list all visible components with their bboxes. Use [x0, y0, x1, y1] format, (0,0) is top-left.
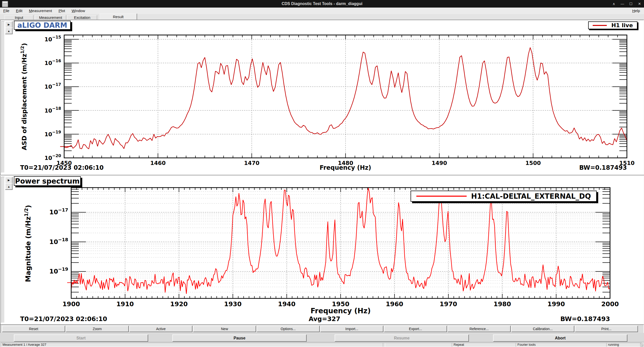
svg-text:1500: 1500 [526, 160, 541, 166]
plot2-t0-label: T0=21/07/2023 02:06:10 [20, 315, 107, 323]
plot2-x-axis-title: Frequency (Hz) [265, 307, 416, 315]
svg-text:1460: 1460 [150, 160, 166, 166]
plot2-bw-label: BW=0.187493 [535, 315, 610, 323]
svg-text:1490: 1490 [432, 160, 447, 166]
shade-icon[interactable]: ∧ [611, 2, 616, 6]
zoom-button[interactable]: Zoom [66, 326, 129, 332]
resume-button[interactable]: Resume [335, 334, 469, 342]
status-repeat: Repeat [452, 343, 518, 347]
plot1-y-axis-title: ASD of displacement (m/Hz1/2) [20, 34, 28, 160]
reference-button[interactable]: Reference... [448, 326, 511, 332]
svg-text:1470: 1470 [244, 160, 259, 166]
plot2-avg-label: Avg=327 [249, 315, 400, 323]
plot1-t0-label: T0=21/07/2023 02:06:10 [20, 164, 104, 171]
plot1-bw-label: BW=0.187493 [551, 164, 627, 171]
svg-text:1980: 1980 [494, 300, 511, 308]
svg-text:2000: 2000 [601, 300, 619, 308]
plot2-legend[interactable]: H1:CAL-DELTAL_EXTERNAL_DQ [411, 191, 597, 202]
svg-text:10−19: 10−19 [49, 266, 68, 275]
resize-grip[interactable] [640, 343, 643, 347]
maximize-icon[interactable]: ☐ [628, 2, 633, 6]
window-title: CDS Diagnostic Test Tools - darm_diaggui [0, 2, 644, 6]
svg-text:10−17: 10−17 [49, 207, 68, 216]
menu-bar: File Edit Measurement Plot Window Help [0, 8, 644, 14]
options-button[interactable]: Options... [257, 326, 320, 332]
active-button[interactable]: Active [129, 326, 192, 332]
application-window: CDS Diagnostic Test Tools - darm_diaggui… [0, 0, 644, 347]
status-bar: Measurement 1 / Average 327 Repeat Fouri… [0, 342, 644, 347]
plot1-legend-line-sample [593, 25, 607, 26]
menu-plot[interactable]: Plot [55, 8, 68, 14]
svg-text:10−15: 10−15 [45, 35, 61, 43]
plot2-legend-line-sample [416, 196, 467, 197]
plot1-title-pave[interactable]: aLIGO DARM [14, 21, 71, 30]
panel-separator[interactable] [0, 175, 644, 176]
status-empty [383, 343, 454, 347]
minimize-icon[interactable]: — [620, 2, 625, 6]
title-bar: CDS Diagnostic Test Tools - darm_diaggui… [0, 0, 644, 8]
export-button[interactable]: Export... [384, 326, 447, 332]
svg-text:1920: 1920 [170, 300, 188, 308]
svg-text:10−16: 10−16 [45, 58, 61, 66]
plot1-legend[interactable]: H1 live [588, 21, 637, 29]
plot2-legend-label: H1:CAL-DELTAL_EXTERNAL_DQ [471, 192, 591, 200]
abort-button[interactable]: Abort [493, 334, 627, 342]
svg-text:10−18: 10−18 [49, 237, 68, 246]
pause-button[interactable]: Pause [172, 334, 307, 342]
status-measurement: Measurement 1 / Average 327 [1, 343, 385, 347]
print-button[interactable]: Print... [575, 326, 638, 332]
plot2-y-axis-title: Magnitude (m/Hz1/2) [23, 181, 32, 306]
menu-window[interactable]: Window [68, 8, 88, 14]
svg-text:1970: 1970 [440, 300, 457, 308]
start-button[interactable]: Start [14, 334, 148, 342]
status-running: running [606, 343, 642, 347]
new-button[interactable]: New [193, 326, 256, 332]
import-button[interactable]: Import... [320, 326, 383, 332]
menu-file[interactable]: File [0, 8, 13, 14]
transport-bar: Start Pause Resume Abort [0, 333, 644, 342]
status-tools: Fourier tools [516, 343, 609, 347]
svg-text:1900: 1900 [62, 300, 80, 308]
tab-excitation[interactable]: Excitation [67, 15, 97, 20]
menu-measurement[interactable]: Measurement [26, 8, 55, 14]
svg-text:1990: 1990 [547, 300, 565, 308]
svg-text:1910: 1910 [116, 300, 134, 308]
plot1-legend-label: H1 live [611, 22, 633, 28]
tab-input[interactable]: Input [5, 15, 33, 20]
tab-bar: Input Measurement Excitation Result [0, 14, 644, 20]
menu-help[interactable]: Help [630, 8, 642, 14]
calibration-button[interactable]: Calibration... [511, 326, 574, 332]
plot-toolbar: Reset Zoom Active New Options... Import.… [0, 324, 644, 333]
svg-text:10−19: 10−19 [45, 130, 61, 137]
reset-button[interactable]: Reset [2, 326, 65, 332]
plot1-x-axis-title: Frequency (Hz) [270, 164, 421, 171]
close-icon[interactable]: ✕ [637, 2, 642, 6]
svg-text:10−18: 10−18 [45, 106, 61, 114]
menu-edit[interactable]: Edit [13, 8, 26, 14]
tab-measurement[interactable]: Measurement [35, 15, 66, 20]
plot1-canvas[interactable]: 145014601470148014901500151010−1510−1610… [0, 20, 644, 175]
tab-result[interactable]: Result [100, 14, 137, 20]
svg-text:1930: 1930 [224, 300, 242, 308]
svg-text:10−17: 10−17 [45, 82, 61, 90]
